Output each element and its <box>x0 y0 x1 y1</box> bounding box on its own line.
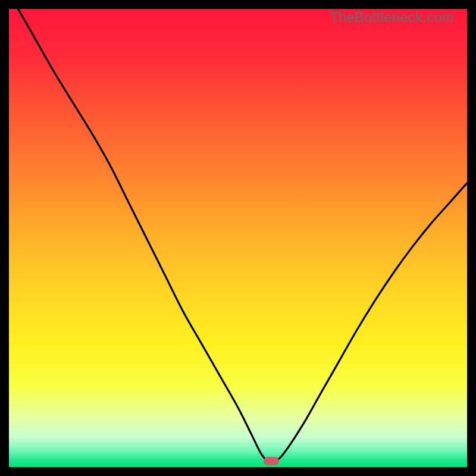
chart-frame: TheBottleneck.com <box>9 9 467 467</box>
watermark-text: TheBottleneck.com <box>330 9 454 26</box>
gradient-background <box>9 9 467 467</box>
bottleneck-chart <box>9 9 467 467</box>
optimal-point-marker <box>264 457 279 465</box>
